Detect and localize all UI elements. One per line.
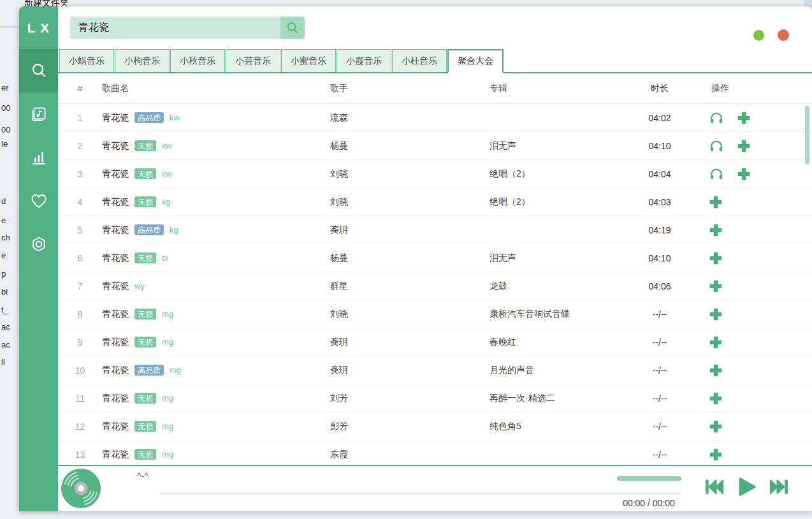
- duration: 04:03: [631, 197, 688, 207]
- add-button[interactable]: [737, 139, 751, 153]
- add-button[interactable]: [709, 335, 723, 349]
- tab-3[interactable]: 小秋音乐: [170, 49, 225, 72]
- singer-name: 刘晓: [330, 168, 489, 180]
- table-row[interactable]: 3青花瓷无损kw刘晓绝唱（2）04:04: [58, 160, 812, 188]
- source-tag: tx: [162, 253, 168, 263]
- column-header-4: 专辑: [489, 83, 631, 94]
- add-button[interactable]: [709, 307, 723, 321]
- tab-4[interactable]: 小芸音乐: [226, 49, 280, 72]
- source-tag: mg: [162, 393, 173, 403]
- album-name: 月光的声音: [489, 365, 631, 376]
- table-row[interactable]: 9青花瓷无损mg龚玥春晚红--/--: [58, 328, 812, 356]
- row-actions: [688, 363, 812, 377]
- tab-7[interactable]: 小杜音乐: [392, 49, 447, 72]
- background-text-fragment: ch: [1, 233, 10, 242]
- song-cell: 青花瓷高品质kg: [102, 224, 330, 236]
- quality-badge: 无损: [134, 168, 156, 179]
- listen-button[interactable]: [709, 110, 724, 126]
- sidebar: L X: [19, 6, 58, 511]
- search-button[interactable]: [280, 17, 305, 39]
- listen-button[interactable]: [709, 166, 724, 182]
- song-name: 青花瓷: [102, 252, 129, 264]
- column-header-1: #: [58, 84, 102, 94]
- add-button[interactable]: [709, 195, 723, 209]
- previous-button[interactable]: [704, 478, 724, 496]
- tab-6[interactable]: 小霞音乐: [337, 49, 391, 72]
- tab-5[interactable]: 小蜜音乐: [281, 49, 336, 72]
- background-text-fragment: bl: [1, 287, 8, 296]
- add-button[interactable]: [737, 111, 751, 125]
- table-row[interactable]: 1青花瓷高品质kw琉森04:02: [58, 104, 812, 132]
- add-button[interactable]: [709, 391, 723, 406]
- table-row[interactable]: 2青花瓷无损kw杨蔓泪无声04:10: [58, 132, 812, 160]
- sidebar-item-settings[interactable]: [19, 223, 58, 266]
- quality-badge: 无损: [134, 393, 156, 404]
- sidebar-item-search[interactable]: [19, 49, 58, 92]
- row-actions: [688, 335, 812, 349]
- row-number: 9: [58, 337, 102, 347]
- album-name: 春晚红: [489, 337, 631, 348]
- singer-name: 彭芳: [330, 421, 489, 432]
- table-row[interactable]: 5青花瓷高品质kg龚玥04:19: [58, 216, 812, 244]
- next-button[interactable]: [769, 478, 789, 496]
- table-row[interactable]: 11青花瓷无损mg刘芳再醉一次·精选二--/--: [58, 384, 812, 413]
- listen-button[interactable]: [709, 138, 724, 154]
- volume-bar[interactable]: [617, 476, 681, 481]
- search-icon: [29, 61, 48, 80]
- settings-icon: [29, 235, 48, 254]
- play-button[interactable]: [736, 476, 758, 498]
- source-tabs: 小蜗音乐小枸音乐小秋音乐小芸音乐小蜜音乐小霞音乐小杜音乐聚合大会: [58, 49, 812, 73]
- tab-8[interactable]: 聚合大会: [447, 49, 504, 73]
- column-header-2: 歌曲名: [102, 83, 330, 94]
- add-button[interactable]: [709, 420, 723, 434]
- table-row[interactable]: 6青花瓷无损tx杨蔓泪无声04:10: [58, 244, 812, 272]
- tab-1[interactable]: 小蜗音乐: [59, 49, 114, 72]
- progress-bar[interactable]: [159, 492, 681, 495]
- singer-name: 龚玥: [330, 337, 489, 348]
- singer-name: 刘芳: [330, 393, 489, 404]
- playback-controls: [704, 476, 789, 498]
- table-row[interactable]: 8青花瓷无损mg刘晓康桥汽车音响试音碟--/--: [58, 300, 812, 328]
- row-actions: [688, 307, 812, 321]
- table-row[interactable]: 10青花瓷高品质mg龚玥月光的声音--/--: [58, 356, 812, 384]
- add-button[interactable]: [709, 279, 723, 293]
- table-row[interactable]: 7青花瓷wy群星龙鼓04:06: [58, 272, 812, 300]
- row-number: 5: [58, 225, 102, 235]
- row-number: 4: [58, 197, 102, 207]
- add-button[interactable]: [709, 251, 723, 265]
- quality-badge: 无损: [134, 337, 156, 347]
- album-disc-icon[interactable]: [61, 468, 101, 509]
- song-name: 青花瓷: [102, 168, 129, 180]
- tab-2[interactable]: 小枸音乐: [115, 49, 170, 72]
- close-button[interactable]: [778, 29, 789, 41]
- song-cell: 青花瓷无损tx: [102, 252, 330, 264]
- add-button[interactable]: [709, 363, 723, 377]
- add-button[interactable]: [737, 167, 751, 181]
- table-row[interactable]: 13青花瓷无损mg东霞--/--: [58, 441, 812, 465]
- album-name: 泪无声: [489, 140, 631, 152]
- quality-badge: 高品质: [134, 224, 164, 235]
- table-row[interactable]: 12青花瓷无损mg彭芳纯色角5--/--: [58, 413, 812, 441]
- sidebar-item-ranking[interactable]: [19, 136, 58, 179]
- minimize-button[interactable]: [753, 30, 764, 41]
- row-number: 6: [58, 253, 102, 263]
- quality-badge: 高品质: [134, 112, 164, 123]
- scrollbar-thumb[interactable]: [805, 106, 809, 164]
- row-number: 8: [58, 309, 102, 319]
- song-cell: 青花瓷无损mg: [102, 393, 330, 404]
- song-cell: 青花瓷高品质mg: [102, 365, 330, 376]
- quality-badge: 无损: [134, 449, 156, 460]
- song-cell: 青花瓷无损mg: [102, 309, 330, 320]
- singer-name: 琉森: [330, 112, 489, 124]
- add-button[interactable]: [709, 448, 723, 462]
- song-cell: 青花瓷无损mg: [102, 337, 330, 348]
- sidebar-item-music-list[interactable]: [19, 92, 58, 136]
- add-button[interactable]: [709, 223, 723, 237]
- sidebar-item-favorites[interactable]: [19, 179, 58, 223]
- table-row[interactable]: 4青花瓷无损kg刘晓绝唱（2）04:03: [58, 188, 812, 216]
- search-input[interactable]: [70, 17, 280, 39]
- main-area: 小蜗音乐小枸音乐小秋音乐小芸音乐小蜜音乐小霞音乐小杜音乐聚合大会 #歌曲名歌手专…: [58, 6, 812, 511]
- background-text-fragment: e: [1, 216, 6, 225]
- quality-badge: 无损: [134, 140, 156, 151]
- quality-badge: 无损: [134, 252, 156, 263]
